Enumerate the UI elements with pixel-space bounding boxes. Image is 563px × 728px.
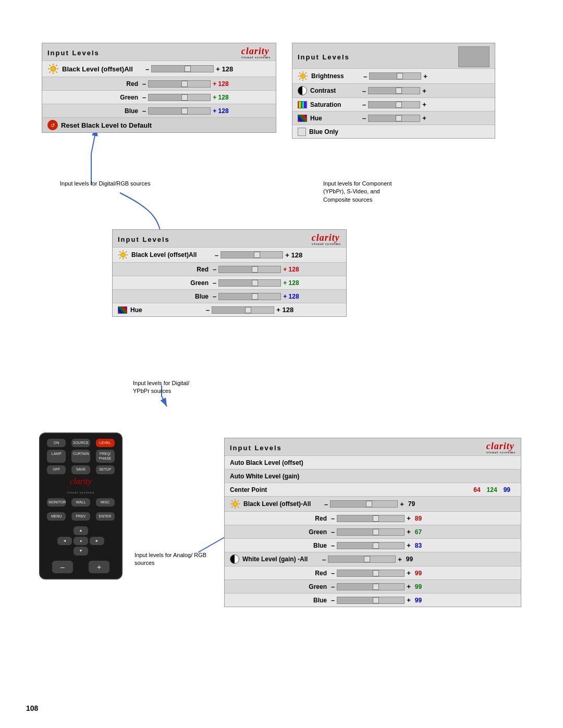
btn-wall[interactable]: WALL <box>71 498 90 507</box>
panel2-blueonly-row[interactable]: Blue Only <box>292 125 495 138</box>
panel2-brightness-slider[interactable]: – + <box>363 72 427 80</box>
svg-line-18 <box>299 79 300 80</box>
panel1-title: Input Levels <box>47 49 100 57</box>
annotation-analog-rgb: Input levels for Analog/ RGBsources <box>134 551 206 567</box>
panel1-red-slider[interactable]: – + 128 <box>142 80 231 88</box>
btn-center[interactable]: ● <box>74 537 88 545</box>
panel3-hue-slider[interactable]: – + 128 <box>206 306 293 314</box>
panel4-blacklevel-track[interactable] <box>330 500 398 508</box>
panel1-red-minus[interactable]: – <box>142 80 146 88</box>
panel1-blue-track[interactable] <box>148 107 211 115</box>
panel4-blue-slider[interactable]: – + 83 <box>331 541 422 549</box>
btn-setup[interactable]: SETUP <box>96 465 115 474</box>
blueonly-checkbox[interactable] <box>298 128 306 136</box>
btn-lamp[interactable]: LAMP <box>47 450 66 463</box>
panel4-autowhite-row[interactable]: Auto White Level (gain) <box>225 469 521 483</box>
panel2-saturation-track[interactable] <box>368 101 420 108</box>
panel3-green-value[interactable]: + 128 <box>283 279 301 287</box>
panel4-wred-track[interactable] <box>337 570 405 577</box>
panel3-blacklevel-track[interactable] <box>221 251 283 258</box>
panel4-whitelevel-track[interactable] <box>328 556 396 563</box>
panel4-wblue-slider[interactable]: – + 99 <box>331 596 422 604</box>
panel4-red-track[interactable] <box>337 515 405 522</box>
panel2-brightness-track[interactable] <box>369 72 421 80</box>
panel1-green-track[interactable] <box>148 94 211 101</box>
panel1-reset-row[interactable]: ↺ Reset Black Level to Default <box>42 117 276 132</box>
panel1-row-blue: Blue – + 128 <box>42 104 276 117</box>
btn-source[interactable]: SOURCE <box>71 439 90 447</box>
btn-curtain[interactable]: CURTAIN <box>71 450 90 463</box>
panel3-green-track[interactable] <box>218 279 281 287</box>
panel1-blacklevel-minus[interactable]: – <box>145 65 149 73</box>
btn-off[interactable]: OFF <box>47 465 66 474</box>
panel3-blue-row: Blue – + 128 <box>113 289 346 303</box>
panel4-wgreen-slider[interactable]: – + 99 <box>331 583 422 590</box>
panel1-blue-minus[interactable]: – <box>142 107 146 115</box>
btn-level[interactable]: LEVEL <box>96 439 115 447</box>
btn-down[interactable]: ▼ <box>74 547 88 555</box>
btn-misc[interactable]: MISC <box>96 498 115 507</box>
panel2-saturation-slider[interactable]: – + <box>362 101 426 108</box>
panel4-green-label: Green <box>230 528 331 536</box>
btn-up[interactable]: ▲ <box>74 526 88 535</box>
panel3-hue-track[interactable] <box>212 306 274 314</box>
panel1-green-minus[interactable]: – <box>142 93 146 101</box>
panel1-blue-label: Blue <box>47 107 142 115</box>
panel3-blue-track[interactable] <box>218 293 281 300</box>
panel1-blue-slider[interactable]: – + 128 <box>142 107 231 115</box>
btn-plus[interactable]: + <box>89 561 109 574</box>
panel4-blue-track[interactable] <box>337 542 405 549</box>
panel3-clarity-logo: clarity visual systems <box>312 233 341 246</box>
panel4-wblue-track[interactable] <box>337 597 405 604</box>
panel1-blue-value[interactable]: + 128 <box>213 107 231 115</box>
panel3-red-track[interactable] <box>218 266 281 273</box>
panel4-wgreen-track[interactable] <box>337 583 405 590</box>
panel3-blue-value[interactable]: + 128 <box>283 293 301 300</box>
btn-menu[interactable]: MENU <box>47 512 66 521</box>
panel3-green-slider[interactable]: – + 128 <box>213 279 301 287</box>
panel4-red-slider[interactable]: – + 89 <box>331 514 422 522</box>
panel4-blacklevel-slider[interactable]: – + 79 <box>324 500 415 508</box>
panel3-blue-slider[interactable]: – + 128 <box>213 292 301 300</box>
panel4-wgreen-label: Green <box>230 583 331 590</box>
panel4-green-slider[interactable]: – + 67 <box>331 528 422 536</box>
btn-on[interactable]: ON <box>47 439 66 447</box>
panel2-hue-track[interactable] <box>368 115 420 122</box>
panel1-green-value[interactable]: + 128 <box>213 94 231 101</box>
panel4-autoblack-row[interactable]: Auto Black Level (offset) <box>225 455 521 469</box>
btn-enter[interactable]: ENTER <box>96 512 115 521</box>
panel3-red-value[interactable]: + 128 <box>283 266 301 273</box>
panel1-green-slider[interactable]: – + 128 <box>142 93 231 101</box>
panel1-blacklevel-slider[interactable]: – + 128 <box>145 65 233 73</box>
panel1-red-label: Red <box>47 80 142 88</box>
panel4-green-track[interactable] <box>337 528 405 536</box>
btn-freq-phase[interactable]: FREQ/PHASE <box>96 450 115 463</box>
panel2-hue-slider[interactable]: – + <box>362 114 426 122</box>
btn-right[interactable]: ► <box>90 537 104 545</box>
panel2-brightness-row: Brightness – + <box>292 68 495 83</box>
panel4-wred-value: 99 <box>415 570 422 577</box>
btn-left[interactable]: ◄ <box>57 537 72 545</box>
panel3-blacklevel-slider[interactable]: – + 128 <box>215 251 302 259</box>
remote-control[interactable]: ON SOURCE LEVEL LAMP CURTAIN FREQ/PHASE … <box>39 433 123 579</box>
btn-save[interactable]: SAVE <box>71 465 90 474</box>
remote-row2: LAMP CURTAIN FREQ/PHASE <box>44 450 117 463</box>
panel1-red-value[interactable]: + 128 <box>213 80 231 88</box>
btn-minus[interactable]: – <box>52 561 73 574</box>
panel2-contrast-slider[interactable]: – + <box>362 87 426 95</box>
panel1-blacklevel-plus[interactable]: + 128 <box>216 65 233 73</box>
panel4-whitelevel-slider[interactable]: – + 99 <box>322 556 413 563</box>
panel3-red-slider[interactable]: – + 128 <box>213 265 301 273</box>
panel4-wred-slider[interactable]: – + 99 <box>331 569 422 577</box>
sun-icon-4 <box>230 499 240 509</box>
panel3-blue-label: Blue <box>118 293 213 300</box>
panel2-contrast-track[interactable] <box>368 87 420 94</box>
btn-prev[interactable]: PREV <box>71 512 90 521</box>
svg-line-27 <box>119 257 120 258</box>
panel1-blacklevel-track[interactable] <box>151 65 214 72</box>
panel1-red-track[interactable] <box>148 80 211 88</box>
svg-line-6 <box>50 65 51 66</box>
panel2-blueonly-label: Blue Only <box>309 128 338 135</box>
btn-monitor[interactable]: MONITOR <box>47 498 66 507</box>
panel2-saturation-label: Saturation <box>310 101 362 108</box>
